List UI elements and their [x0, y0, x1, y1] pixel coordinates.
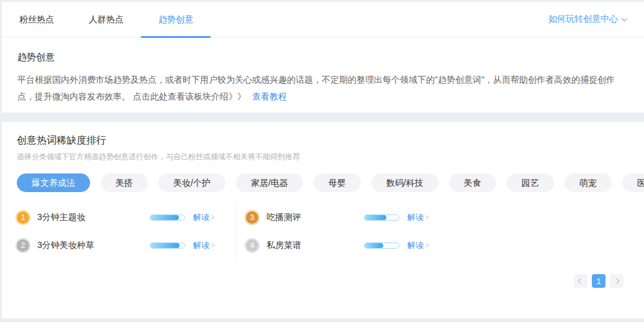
- creative-center-page: 粉丝热点 人群热点 趋势创意 如何玩转创意中心 趋势创意 平台根据国内外消费市场…: [2, 2, 644, 318]
- rank-badge: 3: [246, 211, 258, 224]
- chevron-right-icon: [614, 278, 619, 283]
- interpret-label: 解读: [193, 212, 209, 223]
- chevron-left-icon: [578, 278, 583, 283]
- keyword-name: 吃播测评: [266, 212, 364, 223]
- rank-badge: 2: [17, 239, 29, 252]
- scarcity-progress-bar: [364, 214, 399, 221]
- pagination: 1: [17, 274, 629, 288]
- progress-fill: [150, 243, 179, 248]
- ranking-item: 3 吃播测评 解读: [235, 203, 450, 231]
- ranking-subtitle: 选择分类领域下官方精选趋势创意进行创作，与自己粉丝或领域不相关将不能得到推荐: [17, 152, 629, 162]
- interpret-label: 解读: [407, 240, 424, 251]
- view-tutorial-link[interactable]: 查看教程: [252, 91, 287, 101]
- category-pill-pets[interactable]: 萌宠: [565, 173, 612, 192]
- category-pill-explosive-article[interactable]: 爆文养成法: [17, 173, 90, 192]
- interpret-link[interactable]: 解读: [407, 212, 436, 223]
- chevron-right-icon: [210, 243, 214, 247]
- rank-badge: 4: [246, 239, 258, 252]
- category-pill-food[interactable]: 美食: [449, 173, 496, 192]
- category-pill-beauty[interactable]: 美妆/个护: [158, 173, 225, 192]
- trend-section-title: 趋势创意: [17, 52, 627, 63]
- prev-page-button[interactable]: [574, 274, 587, 288]
- ranking-item: 1 3分钟主题妆 解读: [17, 203, 235, 231]
- chevron-right-icon: [424, 243, 429, 247]
- tab-fan-hotspots[interactable]: 粉丝热点: [2, 2, 71, 37]
- ranking-item: 2 3分钟美妆种草 解读: [17, 231, 235, 259]
- interpret-label: 解读: [193, 240, 209, 251]
- top-card: 粉丝热点 人群热点 趋势创意 如何玩转创意中心 趋势创意 平台根据国内外消费市场…: [2, 2, 644, 113]
- ranking-title: 创意热词稀缺度排行: [17, 134, 629, 147]
- how-to-use-creative-center-link[interactable]: 如何玩转创意中心: [548, 14, 627, 25]
- progress-fill: [365, 243, 383, 248]
- trend-intro-section: 趋势创意 平台根据国内外消费市场趋势及热点，或者时下用户较为关心或感兴趣的话题，…: [2, 37, 644, 105]
- tab-bar: 粉丝热点 人群热点 趋势创意 如何玩转创意中心: [2, 2, 644, 37]
- scarcity-progress-bar: [150, 214, 185, 221]
- interpret-link[interactable]: 解读: [407, 240, 436, 251]
- chevron-right-icon: [210, 215, 214, 219]
- scarcity-ranking-card: 创意热词稀缺度排行 选择分类领域下官方精选趋势创意进行创作，与自己粉丝或领域不相…: [2, 122, 644, 318]
- category-pill-home-appliance[interactable]: 家居/电器: [236, 173, 303, 192]
- keyword-name: 私房菜谱: [266, 240, 364, 251]
- keyword-name: 3分钟主题妆: [37, 212, 150, 223]
- ranking-item: 4 私房菜谱 解读: [235, 231, 450, 259]
- tab-crowd-hotspots[interactable]: 人群热点: [71, 2, 141, 37]
- category-filter: 爆文养成法 美搭 美妆/个护 家居/电器 母婴 数码/科技 美食 园艺 萌宠 医…: [17, 173, 629, 192]
- trend-section-description: 平台根据国内外消费市场趋势及热点，或者时下用户较为关心或感兴趣的话题，不定期的整…: [17, 71, 627, 105]
- category-pill-gardening[interactable]: 园艺: [507, 173, 554, 192]
- category-pill-fashion[interactable]: 美搭: [101, 173, 148, 192]
- category-pill-medicine-health[interactable]: 医药保健: [622, 173, 644, 192]
- help-link-label: 如何玩转创意中心: [548, 14, 618, 25]
- rank-badge: 1: [17, 211, 29, 224]
- interpret-link[interactable]: 解读: [193, 212, 222, 223]
- interpret-link[interactable]: 解读: [193, 240, 222, 251]
- progress-fill: [150, 215, 179, 220]
- scarcity-progress-bar: [364, 242, 399, 249]
- scarcity-progress-bar: [150, 242, 185, 249]
- keyword-name: 3分钟美妆种草: [37, 240, 150, 251]
- progress-fill: [365, 215, 386, 220]
- chevron-right-icon: [424, 215, 429, 219]
- ranking-list: 1 3分钟主题妆 解读 3 吃播测评 解读 2 3分钟美妆种草 解读 4 私房菜…: [17, 203, 629, 259]
- interpret-label: 解读: [407, 212, 424, 223]
- description-text: 平台根据国内外消费市场趋势及热点，或者时下用户较为关心或感兴趣的话题，不定期的整…: [17, 75, 615, 101]
- category-pill-maternity[interactable]: 母婴: [314, 173, 361, 192]
- page-1-button[interactable]: 1: [592, 274, 605, 288]
- category-pill-digital-tech[interactable]: 数码/科技: [371, 173, 438, 192]
- tab-trend-creativity[interactable]: 趋势创意: [141, 2, 211, 37]
- chevron-down-icon: [622, 16, 628, 22]
- next-page-button[interactable]: [610, 274, 624, 288]
